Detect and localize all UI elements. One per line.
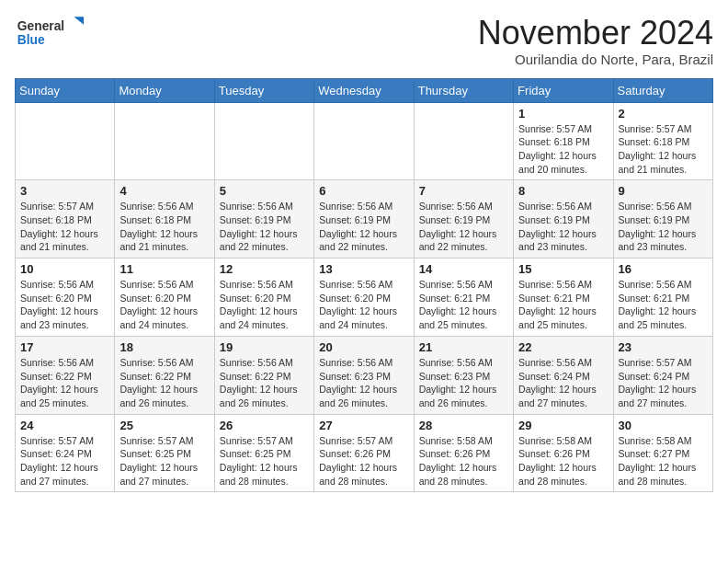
calendar-cell: 16Sunrise: 5:56 AM Sunset: 6:21 PM Dayli… (613, 259, 712, 337)
day-number: 17 (20, 340, 109, 354)
day-info: Sunrise: 5:56 AM Sunset: 6:22 PM Dayligh… (220, 356, 309, 410)
calendar-week-row: 10Sunrise: 5:56 AM Sunset: 6:20 PM Dayli… (16, 259, 713, 337)
logo: General Blue (15, 15, 90, 46)
calendar-week-row: 17Sunrise: 5:56 AM Sunset: 6:22 PM Dayli… (16, 336, 713, 414)
calendar-cell: 2Sunrise: 5:57 AM Sunset: 6:18 PM Daylig… (613, 102, 712, 180)
calendar-cell: 4Sunrise: 5:56 AM Sunset: 6:18 PM Daylig… (115, 180, 214, 259)
day-info: Sunrise: 5:56 AM Sunset: 6:21 PM Dayligh… (518, 278, 608, 332)
day-number: 15 (518, 262, 608, 276)
weekday-header: Sunday (16, 78, 115, 102)
day-info: Sunrise: 5:56 AM Sunset: 6:20 PM Dayligh… (119, 278, 209, 332)
weekday-header-row: SundayMondayTuesdayWednesdayThursdayFrid… (16, 78, 713, 102)
day-number: 4 (119, 184, 209, 198)
weekday-header: Wednesday (314, 78, 414, 102)
title-block: November 2024 Ourilandia do Norte, Para,… (478, 15, 713, 67)
calendar-week-row: 3Sunrise: 5:57 AM Sunset: 6:18 PM Daylig… (16, 180, 713, 259)
calendar-cell: 22Sunrise: 5:56 AM Sunset: 6:24 PM Dayli… (514, 336, 613, 414)
day-number: 28 (419, 419, 508, 432)
calendar-cell: 27Sunrise: 5:57 AM Sunset: 6:26 PM Dayli… (314, 414, 414, 492)
calendar-cell: 10Sunrise: 5:56 AM Sunset: 6:20 PM Dayli… (16, 259, 115, 337)
location: Ourilandia do Norte, Para, Brazil (478, 52, 713, 67)
day-info: Sunrise: 5:56 AM Sunset: 6:18 PM Dayligh… (119, 200, 209, 254)
day-info: Sunrise: 5:56 AM Sunset: 6:23 PM Dayligh… (319, 356, 408, 410)
calendar-week-row: 1Sunrise: 5:57 AM Sunset: 6:18 PM Daylig… (16, 102, 713, 180)
svg-text:General: General (17, 18, 64, 33)
calendar-cell: 8Sunrise: 5:56 AM Sunset: 6:19 PM Daylig… (514, 180, 613, 259)
calendar-cell: 1Sunrise: 5:57 AM Sunset: 6:18 PM Daylig… (514, 102, 613, 180)
calendar-cell (414, 102, 513, 180)
day-number: 8 (518, 184, 608, 198)
day-info: Sunrise: 5:56 AM Sunset: 6:20 PM Dayligh… (220, 278, 309, 332)
calendar-cell: 13Sunrise: 5:56 AM Sunset: 6:20 PM Dayli… (314, 259, 414, 337)
day-number: 19 (220, 340, 309, 354)
day-info: Sunrise: 5:56 AM Sunset: 6:19 PM Dayligh… (518, 200, 608, 254)
day-info: Sunrise: 5:56 AM Sunset: 6:20 PM Dayligh… (319, 278, 408, 332)
calendar-cell: 6Sunrise: 5:56 AM Sunset: 6:19 PM Daylig… (314, 180, 414, 259)
day-number: 30 (619, 419, 708, 432)
day-info: Sunrise: 5:56 AM Sunset: 6:22 PM Dayligh… (119, 356, 209, 410)
day-info: Sunrise: 5:57 AM Sunset: 6:24 PM Dayligh… (619, 356, 708, 410)
calendar-cell: 29Sunrise: 5:58 AM Sunset: 6:26 PM Dayli… (514, 414, 613, 492)
day-info: Sunrise: 5:56 AM Sunset: 6:21 PM Dayligh… (419, 278, 508, 332)
calendar-cell: 12Sunrise: 5:56 AM Sunset: 6:20 PM Dayli… (214, 259, 313, 337)
calendar-cell: 5Sunrise: 5:56 AM Sunset: 6:19 PM Daylig… (214, 180, 313, 259)
weekday-header: Thursday (414, 78, 513, 102)
calendar-cell (314, 102, 414, 180)
day-info: Sunrise: 5:57 AM Sunset: 6:24 PM Dayligh… (20, 434, 109, 488)
calendar-cell: 24Sunrise: 5:57 AM Sunset: 6:24 PM Dayli… (16, 414, 115, 492)
svg-marker-2 (74, 17, 84, 25)
calendar-cell: 30Sunrise: 5:58 AM Sunset: 6:27 PM Dayli… (613, 414, 712, 492)
calendar-cell (16, 102, 115, 180)
calendar-cell: 18Sunrise: 5:56 AM Sunset: 6:22 PM Dayli… (115, 336, 214, 414)
page-header: General Blue November 2024 Ourilandia do… (15, 15, 713, 67)
day-info: Sunrise: 5:56 AM Sunset: 6:19 PM Dayligh… (619, 200, 708, 254)
day-number: 3 (20, 184, 109, 198)
calendar: SundayMondayTuesdayWednesdayThursdayFrid… (15, 78, 713, 493)
day-number: 25 (119, 419, 209, 432)
day-number: 24 (20, 419, 109, 432)
day-info: Sunrise: 5:57 AM Sunset: 6:25 PM Dayligh… (220, 434, 309, 488)
day-number: 14 (419, 262, 508, 276)
day-info: Sunrise: 5:56 AM Sunset: 6:19 PM Dayligh… (419, 200, 508, 254)
calendar-cell: 23Sunrise: 5:57 AM Sunset: 6:24 PM Dayli… (613, 336, 712, 414)
calendar-cell: 7Sunrise: 5:56 AM Sunset: 6:19 PM Daylig… (414, 180, 513, 259)
day-number: 2 (619, 107, 708, 121)
calendar-cell (115, 102, 214, 180)
day-number: 10 (20, 262, 109, 276)
day-info: Sunrise: 5:58 AM Sunset: 6:26 PM Dayligh… (518, 434, 608, 488)
day-info: Sunrise: 5:56 AM Sunset: 6:24 PM Dayligh… (518, 356, 608, 410)
day-info: Sunrise: 5:56 AM Sunset: 6:22 PM Dayligh… (20, 356, 109, 410)
calendar-cell: 25Sunrise: 5:57 AM Sunset: 6:25 PM Dayli… (115, 414, 214, 492)
weekday-header: Saturday (613, 78, 712, 102)
calendar-cell: 26Sunrise: 5:57 AM Sunset: 6:25 PM Dayli… (214, 414, 313, 492)
day-info: Sunrise: 5:56 AM Sunset: 6:21 PM Dayligh… (619, 278, 708, 332)
day-info: Sunrise: 5:57 AM Sunset: 6:18 PM Dayligh… (518, 122, 608, 177)
month-title: November 2024 (478, 15, 713, 52)
day-number: 5 (220, 184, 309, 198)
calendar-week-row: 24Sunrise: 5:57 AM Sunset: 6:24 PM Dayli… (16, 414, 713, 492)
day-info: Sunrise: 5:56 AM Sunset: 6:23 PM Dayligh… (419, 356, 508, 410)
day-number: 22 (518, 340, 608, 354)
day-number: 11 (119, 262, 209, 276)
weekday-header: Friday (514, 78, 613, 102)
calendar-cell: 17Sunrise: 5:56 AM Sunset: 6:22 PM Dayli… (16, 336, 115, 414)
day-info: Sunrise: 5:58 AM Sunset: 6:26 PM Dayligh… (419, 434, 508, 488)
day-number: 18 (119, 340, 209, 354)
day-info: Sunrise: 5:57 AM Sunset: 6:26 PM Dayligh… (319, 434, 408, 488)
day-number: 6 (319, 184, 408, 198)
day-number: 26 (220, 419, 309, 432)
calendar-cell: 20Sunrise: 5:56 AM Sunset: 6:23 PM Dayli… (314, 336, 414, 414)
day-info: Sunrise: 5:56 AM Sunset: 6:19 PM Dayligh… (319, 200, 408, 254)
calendar-cell: 19Sunrise: 5:56 AM Sunset: 6:22 PM Dayli… (214, 336, 313, 414)
calendar-cell: 9Sunrise: 5:56 AM Sunset: 6:19 PM Daylig… (613, 180, 712, 259)
day-number: 21 (419, 340, 508, 354)
weekday-header: Monday (115, 78, 214, 102)
day-number: 23 (619, 340, 708, 354)
day-info: Sunrise: 5:57 AM Sunset: 6:25 PM Dayligh… (119, 434, 209, 488)
day-info: Sunrise: 5:56 AM Sunset: 6:19 PM Dayligh… (220, 200, 309, 254)
calendar-cell: 11Sunrise: 5:56 AM Sunset: 6:20 PM Dayli… (115, 259, 214, 337)
day-number: 20 (319, 340, 408, 354)
calendar-cell: 3Sunrise: 5:57 AM Sunset: 6:18 PM Daylig… (16, 180, 115, 259)
day-number: 12 (220, 262, 309, 276)
day-info: Sunrise: 5:57 AM Sunset: 6:18 PM Dayligh… (20, 200, 109, 254)
